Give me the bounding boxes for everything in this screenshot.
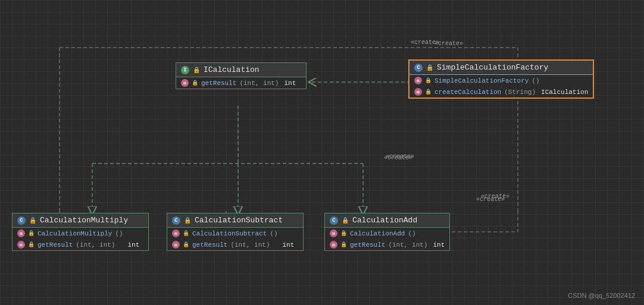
watermark: CSDN @qq_52002412 <box>568 292 635 299</box>
factory-lock-0: 🔒 <box>425 77 432 84</box>
multiply-header: C 🔒 CalculationMultiply <box>12 213 148 228</box>
subtract-method-1: m 🔒 getResult (int, int) int <box>167 239 303 250</box>
multiply-name-1: getResult <box>37 241 73 249</box>
icalculation-type-icon: I <box>181 66 189 74</box>
add-lock-0: 🔒 <box>340 230 347 237</box>
add-method-0: m 🔒 CalculationAdd () <box>325 228 449 239</box>
multiply-m-1: m <box>17 241 25 249</box>
add-params-0: () <box>408 230 415 237</box>
multiply-name-0: CalculationMultiply <box>37 230 112 237</box>
subtract-type-icon: C <box>172 216 180 225</box>
subtract-lock-icon: 🔒 <box>184 217 191 224</box>
method-name: getResult <box>201 80 236 87</box>
multiply-lock-1: 🔒 <box>28 241 35 248</box>
multiply-lock-icon: 🔒 <box>29 217 36 224</box>
factory-method-params-0: () <box>532 77 539 84</box>
multiply-params-0: () <box>115 230 123 237</box>
add-return-1: int <box>433 241 445 249</box>
class-add: C 🔒 CalculationAdd m 🔒 CalculationAdd ()… <box>324 213 450 251</box>
multiply-method-0: m 🔒 CalculationMultiply () <box>12 228 148 239</box>
subtract-params-0: () <box>270 230 277 237</box>
multiply-type-icon: C <box>17 216 26 225</box>
icalculation-lock-icon: 🔒 <box>193 67 200 74</box>
subtract-lock-1: 🔒 <box>183 241 189 248</box>
add-m-0: m <box>330 229 337 237</box>
add-header: C 🔒 CalculationAdd <box>325 213 449 228</box>
subtract-return-1: int <box>282 241 294 249</box>
multiply-params-1: (int, int) <box>76 241 115 249</box>
multiply-name: CalculationMultiply <box>40 216 128 225</box>
add-lock-icon: 🔒 <box>342 217 349 224</box>
icalculation-method-0: m 🔒 getResult (int, int) int <box>176 77 306 89</box>
class-subtract: C 🔒 CalculationSubtract m 🔒 CalculationS… <box>167 213 304 251</box>
factory-lock-1: 🔒 <box>425 89 432 95</box>
class-icalculation: I 🔒 ICalculation m 🔒 getResult (int, int… <box>176 62 307 89</box>
factory-method-name-1: createCalculation <box>434 89 501 96</box>
subtract-m-0: m <box>172 229 180 237</box>
factory-type-icon: C <box>414 64 423 72</box>
multiply-lock-0: 🔒 <box>28 230 35 237</box>
subtract-m-1: m <box>172 241 180 249</box>
add-method-1: m 🔒 getResult (int, int) int <box>325 239 449 250</box>
multiply-method-1: m 🔒 getResult (int, int) int <box>12 239 148 250</box>
factory-method-name-0: SimpleCalculationFactory <box>434 77 529 84</box>
icalculation-name: ICalculation <box>204 65 260 74</box>
create-label-2: «create» <box>386 153 414 160</box>
factory-method-1: m 🔒 createCalculation (String) ICalculat… <box>409 86 593 98</box>
factory-method-return-1: ICalculation <box>541 89 588 96</box>
method-lock-icon: 🔒 <box>192 80 198 86</box>
add-name: CalculationAdd <box>352 216 417 225</box>
method-icon-m: m <box>181 79 189 87</box>
subtract-method-0: m 🔒 CalculationSubtract () <box>167 228 303 239</box>
factory-m-icon-1: m <box>414 88 422 96</box>
subtract-header: C 🔒 CalculationSubtract <box>167 213 303 228</box>
add-params-1: (int, int) <box>388 241 427 249</box>
subtract-name-0: CalculationSubtract <box>192 230 267 237</box>
multiply-m-0: m <box>17 229 25 237</box>
add-name-0: CalculationAdd <box>350 230 405 237</box>
class-multiply: C 🔒 CalculationMultiply m 🔒 CalculationM… <box>12 213 149 251</box>
diagram-container: «create» «create» «create» I 🔒 ICalculat… <box>0 0 644 305</box>
add-lock-1: 🔒 <box>340 241 347 248</box>
subtract-name: CalculationSubtract <box>195 216 283 225</box>
method-params: (int, int) <box>239 80 279 87</box>
multiply-return-1: int <box>127 241 139 249</box>
class-simplecalculationfactory: C 🔒 SimpleCalculationFactory m 🔒 SimpleC… <box>408 59 594 99</box>
create-label-3: «create» <box>481 193 509 200</box>
factory-method-params-1: (String) <box>504 89 536 96</box>
add-name-1: getResult <box>350 241 385 249</box>
factory-m-icon-0: m <box>414 77 422 84</box>
subtract-lock-0: 🔒 <box>183 230 189 237</box>
factory-header: C 🔒 SimpleCalculationFactory <box>409 61 593 75</box>
subtract-params-1: (int, int) <box>230 241 270 249</box>
add-m-1: m <box>330 241 337 249</box>
factory-method-0: m 🔒 SimpleCalculationFactory () <box>409 75 593 86</box>
factory-name: SimpleCalculationFactory <box>437 63 548 72</box>
subtract-name-1: getResult <box>192 241 227 249</box>
arrows-svg <box>0 0 644 305</box>
add-type-icon: C <box>330 216 338 225</box>
icalculation-header: I 🔒 ICalculation <box>176 63 306 77</box>
create-label-1: «create» <box>434 40 463 47</box>
method-return: int <box>284 80 296 87</box>
factory-lock-icon: 🔒 <box>426 64 433 71</box>
